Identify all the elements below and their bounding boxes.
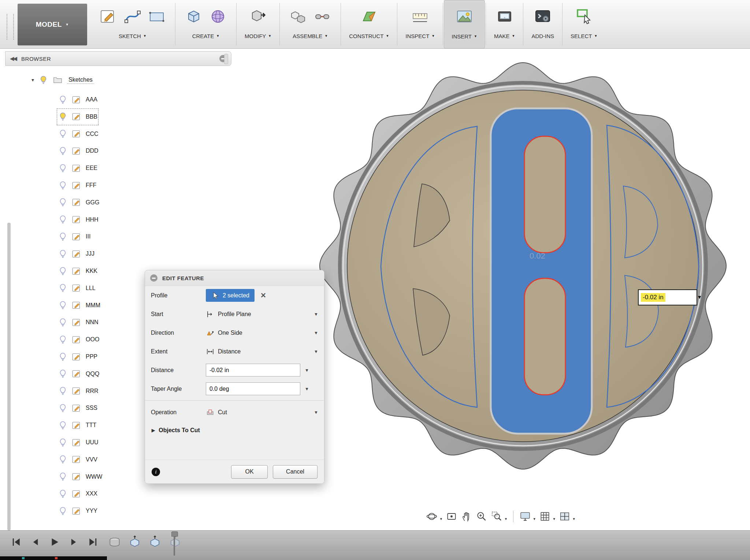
visibility-bulb-icon[interactable] (58, 455, 68, 464)
dialog-collapse-icon[interactable] (150, 274, 157, 282)
browser-item-UUU[interactable]: UUU (58, 435, 99, 450)
measure-icon[interactable] (410, 6, 430, 27)
print-icon[interactable] (494, 6, 515, 27)
visibility-bulb-icon[interactable] (58, 112, 68, 122)
select-icon[interactable] (574, 6, 594, 27)
chevron-down-icon[interactable]: ▼ (553, 517, 556, 521)
collapse-panel-icon[interactable]: ◀◀ (10, 55, 16, 62)
visibility-bulb-icon[interactable] (58, 181, 68, 190)
browser-item-OOO[interactable]: OOO (58, 332, 99, 347)
browser-item-EEE[interactable]: EEE (58, 161, 97, 175)
sketch-icon[interactable] (98, 6, 119, 27)
visibility-bulb-icon[interactable] (58, 283, 68, 293)
browser-item-III[interactable]: III (58, 229, 90, 244)
chevron-down-icon[interactable]: ▼ (533, 517, 536, 521)
chevron-down-icon[interactable]: ▼ (697, 294, 702, 300)
visibility-bulb-icon[interactable] (58, 369, 68, 379)
visibility-bulb-icon[interactable] (58, 300, 68, 310)
extrude-icon[interactable] (147, 534, 163, 550)
visibility-bulb-icon[interactable] (58, 403, 68, 413)
skip-start-icon[interactable] (9, 534, 24, 550)
base-feature-icon[interactable] (107, 534, 122, 550)
expand-triangle-icon[interactable]: ▾ (31, 77, 34, 83)
toolbar-group-label[interactable]: MAKE▼ (494, 30, 515, 42)
chevron-down-icon[interactable]: ▼ (572, 517, 576, 521)
visibility-bulb-icon[interactable] (58, 420, 68, 430)
zoom-window-icon[interactable] (490, 508, 504, 524)
browser-item-GGG[interactable]: GGG (58, 195, 99, 210)
toolbar-group-label[interactable]: ASSEMBLE▼ (293, 30, 328, 42)
info-icon[interactable]: i (152, 468, 160, 476)
press-pull-icon[interactable] (248, 6, 268, 27)
browser-item-KKK[interactable]: KKK (58, 264, 97, 278)
chevron-down-icon[interactable]: ▼ (439, 517, 443, 521)
extent-dropdown[interactable]: Distance ▼ (206, 347, 318, 356)
profile-selection-pill[interactable]: 2 selected (206, 289, 255, 302)
component-icon[interactable] (288, 6, 308, 27)
rectangle-icon[interactable] (146, 6, 167, 27)
browser-item-NNN[interactable]: NNN (58, 315, 99, 330)
visibility-bulb-icon[interactable] (58, 489, 68, 499)
toolbar-group-label[interactable]: SELECT▼ (571, 30, 597, 42)
browser-item-HHH[interactable]: HHH (58, 212, 99, 227)
sketches-folder-label[interactable]: Sketches (67, 76, 94, 84)
browser-item-RRR[interactable]: RRR (58, 384, 99, 398)
visibility-bulb-icon[interactable] (58, 163, 68, 173)
pan-icon[interactable] (460, 508, 474, 524)
visibility-bulb-icon[interactable] (58, 472, 68, 482)
distance-input[interactable]: -0.02 in (206, 364, 300, 377)
browser-item-XXX[interactable]: XXX (58, 486, 97, 501)
clear-selection-icon[interactable]: ✕ (260, 291, 266, 300)
visibility-bulb-icon[interactable] (58, 249, 68, 259)
start-dropdown[interactable]: Profile Plane ▼ (206, 310, 318, 319)
browser-item-FFF[interactable]: FFF (58, 178, 96, 193)
visibility-bulb-icon[interactable] (58, 438, 68, 448)
toolbar-group-label[interactable]: INSERT▼ (452, 30, 477, 42)
operation-dropdown[interactable]: Cut ▼ (206, 408, 318, 417)
display-settings-icon[interactable] (518, 508, 532, 524)
box-icon[interactable] (183, 6, 204, 27)
orbit-icon[interactable] (425, 508, 439, 524)
step-forward-icon[interactable] (66, 534, 81, 550)
cancel-button[interactable]: Cancel (273, 465, 318, 479)
joint-icon[interactable] (312, 6, 333, 27)
timeline-position-marker[interactable] (171, 531, 177, 556)
panel-drag-handle[interactable] (224, 54, 228, 64)
browser-item-YYY[interactable]: YYY (58, 504, 97, 518)
extrude-icon[interactable] (127, 534, 142, 550)
visibility-bulb-icon[interactable] (58, 335, 68, 345)
step-back-icon[interactable] (28, 534, 43, 550)
browser-item-BBB[interactable]: BBB (58, 110, 97, 124)
sphere-icon[interactable] (208, 6, 228, 27)
visibility-bulb-icon[interactable] (58, 318, 68, 327)
sketches-folder-row[interactable]: ▾ Sketches (31, 73, 94, 87)
browser-item-AAA[interactable]: AAA (58, 92, 97, 107)
plane-icon[interactable] (359, 6, 379, 27)
browser-item-VVV[interactable]: VVV (58, 452, 97, 467)
visibility-bulb-icon[interactable] (58, 386, 68, 396)
browser-item-LLL[interactable]: LLL (58, 281, 96, 296)
dialog-header[interactable]: EDIT FEATURE (145, 270, 324, 286)
browser-item-SSS[interactable]: SSS (58, 401, 97, 415)
ok-button[interactable]: OK (231, 465, 268, 479)
skip-end-icon[interactable] (85, 534, 100, 550)
toolbar-group-label[interactable]: SKETCH▼ (119, 30, 146, 42)
browser-panel-header[interactable]: ◀◀ BROWSER (5, 51, 231, 66)
browser-scrollbar[interactable] (7, 223, 11, 530)
grid-icon[interactable] (538, 508, 552, 524)
lookat-icon[interactable] (445, 508, 458, 524)
visibility-bulb-icon[interactable] (58, 232, 68, 242)
toolbar-group-label[interactable]: MODIFY▼ (245, 30, 271, 42)
browser-item-DDD[interactable]: DDD (58, 144, 99, 158)
scripts-icon[interactable] (532, 6, 553, 27)
visibility-bulb-icon[interactable] (58, 352, 68, 362)
chevron-down-icon[interactable]: ▼ (305, 386, 309, 392)
toolbar-group-label[interactable]: CREATE▼ (192, 30, 220, 42)
visibility-bulb-icon[interactable] (38, 75, 48, 85)
chevron-down-icon[interactable]: ▼ (504, 517, 508, 521)
toolbar-group-label[interactable]: ADD-INS (531, 30, 554, 42)
taper-angle-input[interactable]: 0.0 deg (206, 382, 300, 395)
image-icon[interactable] (454, 7, 475, 27)
workspace-switcher-button[interactable]: MODEL ▼ (18, 4, 87, 45)
visibility-bulb-icon[interactable] (58, 146, 68, 156)
